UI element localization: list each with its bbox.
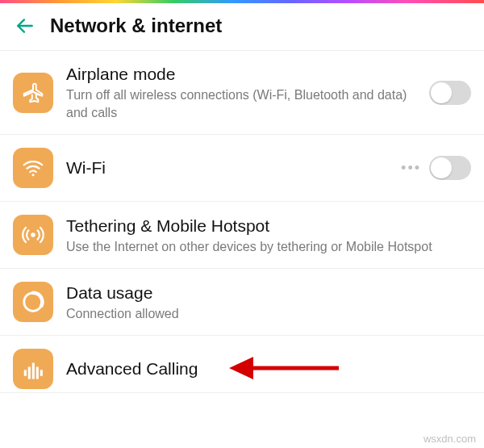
row-text: Airplane mode Turn off all wireless conn… (66, 64, 419, 121)
svg-point-2 (31, 233, 35, 238)
page-title: Network & internet (50, 15, 222, 37)
row-airplane-mode[interactable]: Airplane mode Turn off all wireless conn… (0, 51, 484, 135)
row-trailing (429, 81, 471, 105)
row-advanced-calling[interactable]: Advanced Calling (0, 336, 484, 393)
row-subtitle: Connection allowed (66, 305, 471, 323)
airplane-toggle[interactable] (429, 81, 471, 105)
wifi-toggle[interactable] (429, 156, 471, 180)
back-arrow-icon[interactable] (15, 15, 35, 36)
row-title: Tethering & Mobile Hotspot (66, 216, 471, 237)
svg-rect-7 (36, 367, 39, 379)
svg-rect-4 (24, 371, 27, 377)
svg-rect-5 (28, 367, 31, 379)
svg-rect-6 (32, 363, 35, 379)
airplane-icon (13, 73, 53, 113)
svg-point-1 (32, 174, 35, 177)
row-subtitle: Use the Internet on other devices by tet… (66, 238, 471, 256)
row-title: Airplane mode (66, 64, 419, 85)
row-wifi[interactable]: Wi-Fi ••• (0, 135, 484, 202)
data-usage-icon (13, 282, 53, 322)
row-tethering[interactable]: Tethering & Mobile Hotspot Use the Inter… (0, 202, 484, 269)
svg-rect-8 (40, 371, 43, 377)
watermark: wsxdn.com (424, 433, 476, 445)
hotspot-icon (13, 215, 53, 255)
row-text: Data usage Connection allowed (66, 283, 471, 323)
row-title: Advanced Calling (66, 358, 471, 379)
header: Network & internet (0, 3, 484, 51)
wifi-icon (13, 148, 53, 188)
row-subtitle: Turn off all wireless connections (Wi-Fi… (66, 86, 419, 121)
row-trailing: ••• (401, 156, 471, 180)
more-icon[interactable]: ••• (401, 160, 421, 177)
row-text: Tethering & Mobile Hotspot Use the Inter… (66, 216, 471, 256)
advanced-calling-icon (13, 349, 53, 389)
row-title: Wi-Fi (66, 157, 391, 178)
row-title: Data usage (66, 283, 471, 304)
row-text: Advanced Calling (66, 358, 471, 379)
settings-list: Airplane mode Turn off all wireless conn… (0, 51, 484, 393)
row-data-usage[interactable]: Data usage Connection allowed (0, 269, 484, 336)
row-text: Wi-Fi (66, 157, 391, 178)
